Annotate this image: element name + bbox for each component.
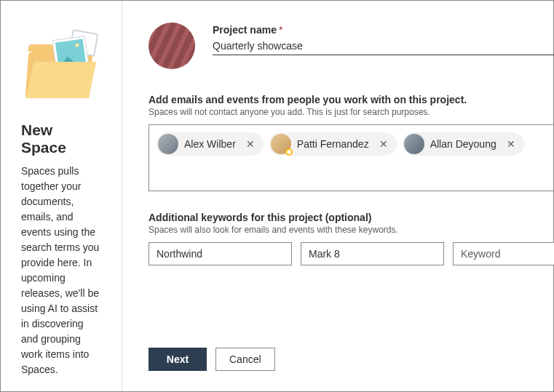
left-panel: New Space Spaces pulls together your doc…: [1, 1, 122, 391]
people-picker[interactable]: Alex Wilber ✕ Patti Fernandez ✕ Allan De…: [149, 124, 554, 191]
keyword-input-2[interactable]: [301, 242, 444, 265]
required-asterisk: *: [279, 24, 282, 36]
folder-illustration: [21, 24, 101, 104]
keywords-section-sub: Spaces will also look for emails and eve…: [149, 225, 554, 235]
keywords-section-label: Additional keywords for this project (op…: [149, 212, 554, 223]
keywords-row: [149, 242, 554, 265]
left-description: Spaces pulls together your documents, em…: [21, 164, 101, 377]
person-name: Patti Fernandez: [297, 138, 369, 150]
dialog-buttons: Next Cancel: [149, 348, 275, 371]
person-name: Alex Wilber: [184, 138, 236, 150]
project-row: Project name*: [149, 23, 554, 69]
person-chip: Alex Wilber ✕: [157, 132, 264, 156]
person-name: Allan Deyoung: [430, 138, 496, 150]
left-title: New Space: [21, 121, 101, 156]
avatar: [271, 134, 291, 154]
project-name-input[interactable]: [213, 36, 554, 55]
avatar: [158, 134, 178, 154]
project-avatar[interactable]: [149, 23, 195, 69]
people-section-label: Add emails and events from people you wo…: [149, 94, 554, 105]
people-section-sub: Spaces will not contact anyone you add. …: [149, 107, 554, 117]
remove-person-icon[interactable]: ✕: [376, 137, 391, 151]
right-panel: Project name* Add emails and events from…: [122, 1, 554, 391]
next-button[interactable]: Next: [149, 348, 207, 371]
remove-person-icon[interactable]: ✕: [243, 137, 258, 151]
new-space-dialog: New Space Spaces pulls together your doc…: [0, 0, 554, 392]
project-name-label: Project name*: [213, 24, 554, 36]
keyword-input-1[interactable]: [149, 242, 292, 265]
cancel-button[interactable]: Cancel: [215, 348, 275, 371]
presence-away-icon: [285, 148, 293, 156]
person-chip: Allan Deyoung ✕: [403, 132, 524, 156]
keyword-input-3[interactable]: [453, 242, 554, 265]
avatar: [404, 134, 424, 154]
remove-person-icon[interactable]: ✕: [504, 137, 518, 151]
person-chip: Patti Fernandez ✕: [269, 132, 397, 156]
